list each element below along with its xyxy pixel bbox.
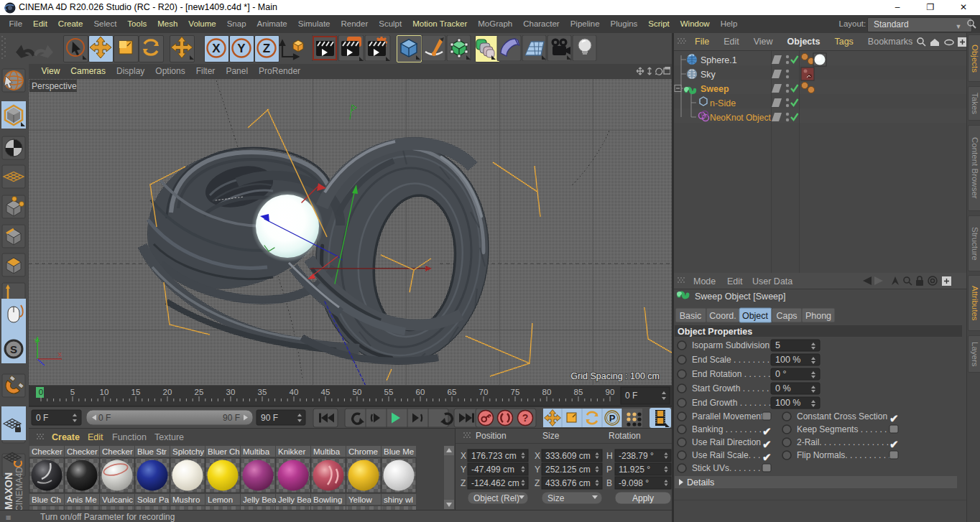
svg-text:5: 5 bbox=[775, 340, 780, 350]
svg-text:End Growth . . . . . . .: End Growth . . . . . . . bbox=[692, 398, 771, 408]
svg-text:Knikker: Knikker bbox=[278, 447, 306, 456]
svg-text:Constant Cross Section: Constant Cross Section bbox=[797, 411, 887, 421]
svg-text:Coord.: Coord. bbox=[709, 311, 736, 321]
svg-text:Sweep: Sweep bbox=[701, 84, 729, 94]
svg-text:Checker: Checker bbox=[32, 447, 63, 456]
svg-text:55: 55 bbox=[384, 388, 394, 396]
svg-text:Use Rail Scale. . . .: Use Rail Scale. . . . bbox=[692, 450, 765, 460]
svg-text:n-Side: n-Side bbox=[710, 98, 736, 108]
svg-text:0 °: 0 ° bbox=[775, 369, 786, 379]
svg-text:Banking . . . . . . . .: Banking . . . . . . . . bbox=[692, 424, 762, 434]
svg-text:Edit: Edit bbox=[727, 276, 743, 286]
svg-text:S: S bbox=[10, 343, 17, 355]
svg-text:35: 35 bbox=[258, 388, 267, 396]
svg-text:0 F: 0 F bbox=[625, 391, 637, 401]
svg-text:Function: Function bbox=[112, 432, 147, 442]
svg-text:Object (Rel): Object (Rel) bbox=[473, 493, 519, 503]
svg-text:-47.499 cm: -47.499 cm bbox=[471, 465, 514, 475]
svg-text:Blue Ch: Blue Ch bbox=[32, 495, 61, 504]
svg-text:Isoparm Subdivision: Isoparm Subdivision bbox=[692, 340, 769, 350]
svg-text:Basic: Basic bbox=[680, 311, 702, 321]
svg-text:Perspective: Perspective bbox=[32, 81, 77, 91]
svg-text:Z: Z bbox=[535, 478, 540, 488]
svg-text:Checker: Checker bbox=[67, 447, 98, 456]
svg-text:100 %: 100 % bbox=[775, 398, 800, 408]
svg-text:45: 45 bbox=[321, 388, 330, 396]
svg-text:Edit: Edit bbox=[88, 432, 103, 442]
svg-text:15: 15 bbox=[131, 388, 141, 396]
svg-text:Rotation: Rotation bbox=[609, 431, 641, 441]
svg-text:252.125 cm: 252.125 cm bbox=[545, 465, 591, 475]
svg-text:-9.098 °: -9.098 ° bbox=[619, 478, 649, 488]
svg-text:✔: ✔ bbox=[889, 438, 899, 450]
svg-text:40: 40 bbox=[290, 388, 299, 396]
svg-text:Solar Pa: Solar Pa bbox=[137, 495, 170, 504]
svg-text:End Scale . . . . . . . . .: End Scale . . . . . . . . . bbox=[692, 355, 775, 365]
svg-text:Mode: Mode bbox=[693, 276, 716, 286]
svg-text:2-Rail. . . . . . . . . . . .: 2-Rail. . . . . . . . . . . . . . . bbox=[797, 437, 889, 447]
svg-text:Sphere.1: Sphere.1 bbox=[701, 55, 737, 65]
svg-text:Yellow: Yellow bbox=[348, 495, 373, 504]
svg-text:H: H bbox=[606, 451, 613, 461]
svg-text:Caps: Caps bbox=[776, 311, 797, 321]
svg-text:65: 65 bbox=[448, 388, 457, 396]
svg-text:Blue Str: Blue Str bbox=[137, 447, 167, 456]
svg-text:Object Properties: Object Properties bbox=[678, 327, 752, 337]
svg-text:10: 10 bbox=[100, 388, 109, 396]
svg-text:90: 90 bbox=[606, 388, 615, 396]
svg-text:✔: ✔ bbox=[762, 451, 772, 463]
svg-text:5: 5 bbox=[70, 388, 75, 396]
svg-text:CINEMA4D: CINEMA4D bbox=[14, 467, 24, 511]
svg-text:P: P bbox=[606, 465, 612, 475]
svg-text:90 F: 90 F bbox=[223, 413, 240, 423]
svg-text:Chrome: Chrome bbox=[348, 447, 378, 456]
svg-text:Jelly Bea: Jelly Bea bbox=[278, 495, 312, 504]
svg-text:X: X bbox=[461, 451, 466, 461]
svg-text:Create: Create bbox=[52, 432, 80, 442]
svg-text:80: 80 bbox=[542, 388, 552, 396]
svg-text:X: X bbox=[57, 351, 62, 358]
svg-text:Use Rail Direction: Use Rail Direction bbox=[692, 437, 761, 447]
svg-text:MAXON: MAXON bbox=[3, 472, 14, 510]
svg-text:Y: Y bbox=[34, 337, 38, 345]
svg-text:Start Growth . . . . . .: Start Growth . . . . . . bbox=[692, 383, 769, 393]
svg-text:0 F: 0 F bbox=[36, 413, 48, 423]
svg-text:20: 20 bbox=[163, 388, 172, 396]
svg-text:Y: Y bbox=[461, 465, 466, 475]
svg-text:NeoKnot Object: NeoKnot Object bbox=[710, 113, 771, 123]
svg-text:Multiba: Multiba bbox=[243, 447, 270, 456]
svg-text:100 %: 100 % bbox=[775, 355, 800, 365]
svg-text:Lemon: Lemon bbox=[208, 495, 233, 504]
svg-text:Checker: Checker bbox=[102, 447, 133, 456]
svg-text:Bowling: Bowling bbox=[313, 495, 342, 504]
svg-text:Size: Size bbox=[542, 431, 560, 441]
svg-text:Jelly Bea: Jelly Bea bbox=[243, 495, 277, 504]
svg-text:Y: Y bbox=[535, 465, 540, 475]
svg-text:25: 25 bbox=[195, 388, 204, 396]
svg-text:Sweep Object [Sweep]: Sweep Object [Sweep] bbox=[695, 292, 785, 302]
svg-text:0 F: 0 F bbox=[98, 413, 111, 423]
svg-text:11.925 °: 11.925 ° bbox=[619, 465, 650, 475]
svg-text:Vulcanic: Vulcanic bbox=[102, 495, 133, 504]
svg-text:Multiba: Multiba bbox=[313, 447, 341, 456]
svg-text:70: 70 bbox=[479, 388, 489, 396]
svg-text:Y: Y bbox=[237, 42, 246, 55]
svg-text:Texture: Texture bbox=[154, 432, 184, 442]
svg-text:-124.462 cm: -124.462 cm bbox=[471, 478, 519, 488]
svg-text:✔: ✔ bbox=[762, 438, 772, 450]
svg-text:333.609 cm: 333.609 cm bbox=[545, 451, 591, 461]
svg-text:Sky: Sky bbox=[701, 70, 716, 80]
svg-text:Object: Object bbox=[742, 311, 769, 321]
svg-text:?: ? bbox=[522, 412, 529, 424]
svg-text:75: 75 bbox=[511, 388, 520, 396]
svg-text:Blue Me: Blue Me bbox=[384, 447, 414, 456]
svg-text:User Data: User Data bbox=[752, 276, 792, 286]
svg-text:X: X bbox=[535, 451, 540, 461]
svg-text:Parallel Movement: Parallel Movement bbox=[692, 411, 764, 421]
svg-text:Keep Segments . . . . . .: Keep Segments . . . . . . bbox=[797, 424, 887, 434]
svg-text:Apply: Apply bbox=[632, 493, 654, 503]
svg-text:0 %: 0 % bbox=[775, 383, 791, 393]
svg-text:Splotchy: Splotchy bbox=[172, 447, 204, 456]
svg-text:Flip Normals. . . . . . . . .: Flip Normals. . . . . . . . . . bbox=[797, 450, 891, 460]
svg-text:End Rotation . . . . . .: End Rotation . . . . . . bbox=[692, 369, 770, 379]
